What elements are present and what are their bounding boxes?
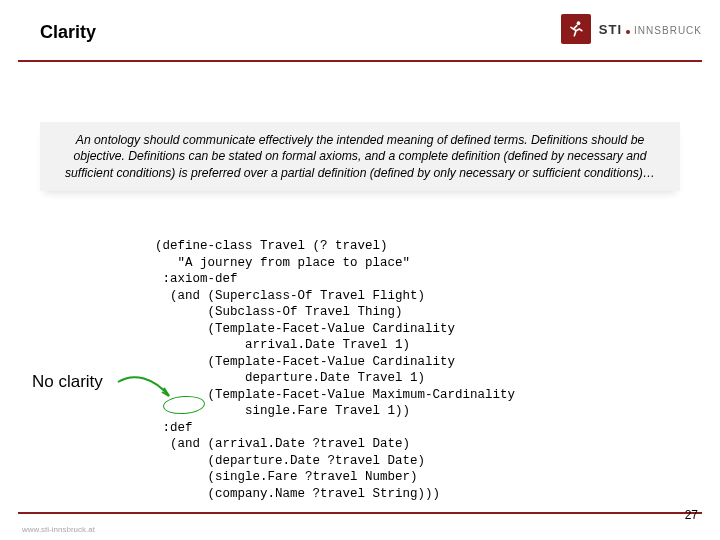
no-clarity-label: No clarity: [32, 372, 103, 392]
logo-mark-icon: [561, 14, 591, 44]
intro-text: An ontology should communicate effective…: [40, 122, 680, 191]
page-number: 27: [685, 508, 698, 522]
logo-innsbruck: INNSBRUCK: [634, 25, 702, 36]
header: Clarity STI INNSBRUCK: [0, 0, 720, 60]
logo: STI INNSBRUCK: [561, 14, 702, 44]
slide-title: Clarity: [40, 22, 96, 43]
divider-top: [18, 60, 702, 62]
svg-point-0: [577, 21, 581, 25]
runner-icon: [566, 19, 586, 39]
footer-site: www.sti-innsbruck.at: [22, 525, 95, 534]
code-block: (define-class Travel (? travel) "A journ…: [155, 238, 515, 502]
logo-text: STI INNSBRUCK: [599, 22, 702, 37]
logo-dot-icon: [626, 30, 630, 34]
divider-bottom: [18, 512, 702, 514]
logo-sti: STI: [599, 22, 622, 37]
slide: Clarity STI INNSBRUCK An ontology should…: [0, 0, 720, 540]
